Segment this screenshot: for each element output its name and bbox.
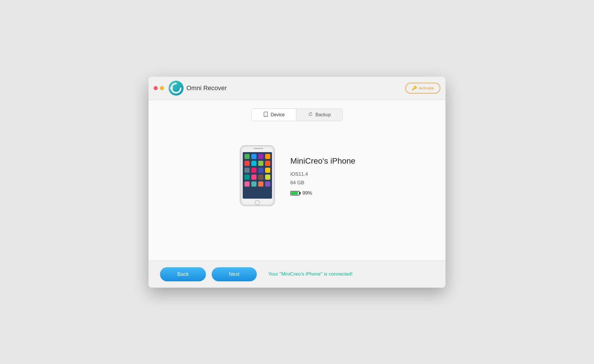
svg-rect-21 (265, 168, 270, 173)
battery-icon (290, 191, 300, 195)
title-bar-left: Omni Recover (154, 81, 227, 96)
svg-rect-27 (251, 181, 256, 187)
backup-tab-label: Backup (315, 112, 331, 117)
backup-tab-icon (308, 112, 313, 118)
svg-rect-19 (251, 168, 256, 173)
bottom-bar: Back Next Your "MiniCreo's iPhone" is co… (148, 261, 446, 288)
phone-graphic (239, 144, 276, 208)
logo-area: Omni Recover (169, 81, 227, 96)
device-name: MiniCreo's iPhone (290, 156, 355, 166)
svg-rect-8 (254, 148, 261, 149)
battery-fill (291, 192, 298, 195)
svg-rect-10 (244, 154, 250, 159)
svg-rect-23 (251, 175, 256, 180)
traffic-lights (154, 86, 164, 90)
battery-percent: 99% (302, 190, 312, 196)
svg-rect-17 (265, 161, 270, 166)
battery-row: 99% (290, 190, 355, 196)
app-title: Omni Recover (186, 84, 227, 92)
svg-rect-24 (258, 175, 263, 180)
key-icon: 🔑 (412, 86, 417, 91)
tab-bar: Device Backup (251, 109, 342, 121)
svg-rect-16 (258, 161, 263, 166)
minimize-button[interactable] (160, 86, 164, 90)
tab-device[interactable]: Device (252, 109, 296, 121)
title-bar: Omni Recover 🔑 Activate (148, 77, 446, 100)
svg-rect-22 (244, 175, 250, 180)
next-button[interactable]: Next (212, 267, 257, 281)
main-content: Device Backup (148, 100, 446, 261)
svg-point-9 (261, 148, 263, 149)
activate-label: Activate (419, 86, 434, 90)
app-window: Omni Recover 🔑 Activate Device (148, 77, 446, 288)
svg-rect-15 (251, 161, 256, 166)
device-ios: iOS11.4 (290, 171, 355, 177)
tab-backup[interactable]: Backup (296, 109, 342, 121)
device-tab-label: Device (271, 112, 285, 117)
svg-rect-14 (244, 161, 250, 166)
svg-rect-13 (265, 154, 270, 159)
device-tab-icon (263, 112, 268, 118)
svg-rect-18 (244, 168, 250, 173)
device-area: MiniCreo's iPhone iOS11.4 64 GB 99% (239, 144, 355, 208)
svg-rect-28 (258, 181, 263, 187)
svg-rect-12 (258, 154, 263, 159)
device-storage: 64 GB (290, 180, 355, 186)
close-button[interactable] (154, 86, 158, 90)
svg-rect-26 (244, 181, 250, 187)
svg-rect-29 (265, 181, 270, 187)
activate-button[interactable]: 🔑 Activate (405, 83, 440, 94)
device-info: MiniCreo's iPhone iOS11.4 64 GB 99% (290, 156, 355, 196)
svg-rect-11 (251, 154, 256, 159)
back-button[interactable]: Back (160, 267, 206, 281)
svg-point-1 (170, 87, 173, 90)
phone-svg (239, 144, 276, 207)
svg-rect-20 (258, 168, 263, 173)
svg-rect-25 (265, 175, 270, 180)
battery-body (290, 191, 300, 195)
connection-status: Your "MiniCreo's iPhone" is connected! (268, 271, 352, 277)
app-logo-icon (169, 81, 184, 96)
